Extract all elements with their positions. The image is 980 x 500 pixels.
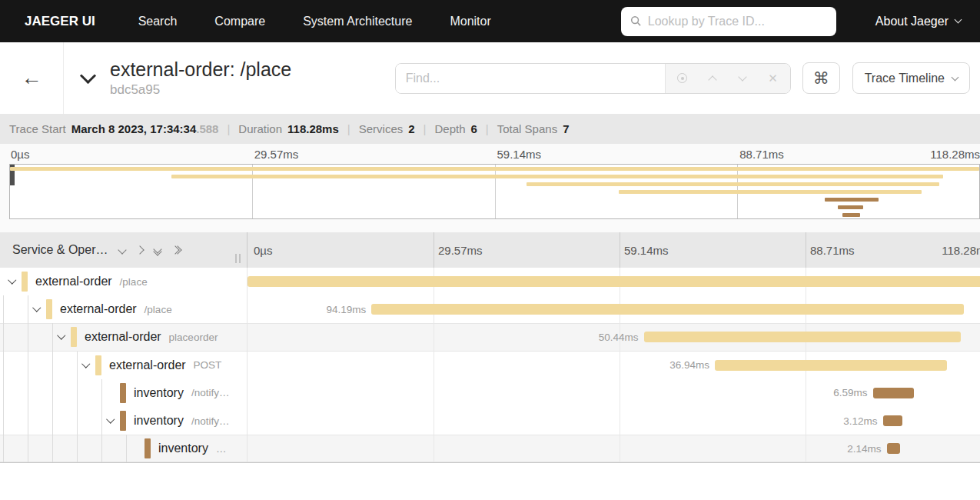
span-timeline-cell[interactable]: 6.59ms (247, 379, 980, 407)
keyboard-shortcuts-button[interactable]: ⌘ (802, 62, 840, 94)
span-rows: external-order /place external-order /pl… (0, 268, 980, 463)
service-operation-label: Service & Oper… (12, 243, 108, 257)
trace-collapse-toggle[interactable] (79, 69, 97, 88)
minimap-span-bar (619, 190, 922, 194)
about-jaeger-menu[interactable]: About Jaeger (875, 15, 961, 28)
locate-icon (677, 73, 687, 83)
span-row[interactable]: inventory … 2.14ms (0, 435, 980, 462)
summary-separator: | (486, 122, 489, 135)
span-bar[interactable] (715, 360, 947, 371)
span-name-cell[interactable]: inventory /notify… (0, 379, 247, 407)
nav-item-system-architecture[interactable]: System Architecture (303, 15, 412, 28)
nav-links: SearchCompareSystem ArchitectureMonitor (138, 15, 491, 28)
service-color-bar (71, 327, 77, 347)
column-resizer-handle[interactable] (235, 254, 241, 263)
span-name-cell[interactable]: external-order /place (0, 295, 247, 323)
tree-guide-line (101, 407, 102, 435)
timeline-gridline (806, 435, 806, 462)
summary-label-total-spans: Total Spans (497, 122, 557, 135)
collapse-all-button[interactable] (154, 246, 161, 255)
nav-item-compare[interactable]: Compare (214, 15, 265, 28)
timeline-tick-label: 88.71ms (810, 232, 855, 268)
span-row[interactable]: inventory /notify… 6.59ms (0, 379, 980, 407)
span-timeline-cell[interactable]: 3.12ms (247, 407, 980, 435)
expand-chevron[interactable] (55, 332, 68, 345)
service-color-bar (120, 411, 126, 431)
span-name-cell[interactable]: inventory /notify… (0, 407, 247, 435)
span-timeline-cell[interactable]: 94.19ms (247, 295, 980, 323)
service-name: inventory (134, 414, 184, 428)
find-input-group: ✕ (395, 63, 791, 94)
span-timeline-cell[interactable]: 36.94ms (247, 352, 980, 379)
chevron-down-icon (118, 245, 127, 254)
timeline-tick-label: 88.71ms (739, 148, 784, 161)
find-next-button[interactable] (729, 65, 756, 92)
expand-one-button[interactable] (137, 247, 143, 253)
span-row[interactable]: external-order /place 94.19ms (0, 295, 980, 323)
trace-id-search[interactable] (621, 7, 836, 36)
timeline-gridline (620, 407, 620, 435)
tree-guide-line (3, 295, 4, 323)
span-bar[interactable] (371, 304, 964, 315)
trace-summary-bar: Trace StartMarch 8 2023, 17:34:34.588|Du… (0, 114, 980, 144)
span-name-cell[interactable]: external-order placeorder (0, 323, 247, 351)
duration-label: 50.44ms (599, 323, 644, 351)
timeline-gridline (434, 379, 434, 407)
expand-chevron[interactable] (105, 416, 117, 428)
back-button[interactable]: ← (0, 42, 64, 114)
span-bar[interactable] (873, 388, 915, 398)
span-bar[interactable] (247, 276, 980, 287)
span-row[interactable]: inventory /notify… 3.12ms (0, 407, 980, 435)
span-bar[interactable] (887, 443, 901, 454)
chevron-down-icon (739, 72, 747, 81)
timeline-gridline (806, 407, 806, 435)
span-bar[interactable] (644, 332, 962, 342)
trace-view-selector[interactable]: Trace Timeline (852, 62, 970, 94)
app-logo[interactable]: JAEGER UI (25, 14, 95, 29)
nav-item-monitor[interactable]: Monitor (450, 15, 490, 28)
timeline-gridline (434, 407, 434, 435)
expand-all-button[interactable] (172, 247, 181, 253)
tree-guide-line (52, 352, 53, 379)
collapse-one-button[interactable] (119, 247, 125, 253)
trace-id-short: bdc5a95 (110, 82, 291, 98)
span-name-cell[interactable]: external-order POST (0, 352, 247, 379)
service-color-bar (145, 438, 151, 458)
nav-item-search[interactable]: Search (138, 15, 178, 28)
tree-guide-line (126, 435, 127, 462)
chevron-right-icon (136, 245, 145, 254)
span-timeline-cell[interactable]: 2.14ms (247, 435, 980, 462)
find-clear-button[interactable]: ✕ (759, 65, 786, 92)
find-input[interactable] (396, 64, 665, 93)
chevron-down-icon (58, 332, 66, 340)
tree-guide-line (52, 379, 53, 407)
expand-chevron[interactable] (6, 277, 18, 289)
service-name: external-order (109, 358, 186, 372)
find-prev-button[interactable] (699, 65, 726, 92)
span-row[interactable]: external-order /place (0, 268, 980, 295)
span-timeline-cell[interactable] (247, 268, 980, 295)
timeline-minimap[interactable] (9, 164, 980, 219)
span-row[interactable]: external-order POST 36.94ms (0, 352, 980, 379)
expand-chevron[interactable] (80, 361, 92, 373)
tree-guide-line (52, 323, 53, 351)
span-bar[interactable] (883, 415, 903, 426)
minimap-span-bar (171, 175, 943, 178)
timeline-tick-label: 29.57ms (254, 148, 299, 161)
minimap-gridline (495, 165, 496, 218)
span-name-cell[interactable]: external-order /place (0, 268, 247, 295)
trace-id-input[interactable] (648, 15, 827, 28)
span-timeline-cell[interactable]: 50.44ms (247, 323, 980, 351)
span-row[interactable]: external-order placeorder 50.44ms (0, 323, 980, 351)
tree-guide-line (77, 352, 78, 379)
tree-guide-line (28, 407, 28, 435)
expand-chevron[interactable] (31, 305, 43, 317)
duration-label: 36.94ms (669, 352, 715, 379)
summary-label-depth: Depth (434, 122, 465, 135)
service-name: external-order (60, 302, 137, 316)
service-name: inventory (134, 386, 184, 400)
timeline-gridline (620, 379, 620, 407)
tree-guide-line (3, 323, 4, 351)
locate-span-button[interactable] (669, 65, 696, 92)
span-name-cell[interactable]: inventory … (0, 435, 247, 462)
